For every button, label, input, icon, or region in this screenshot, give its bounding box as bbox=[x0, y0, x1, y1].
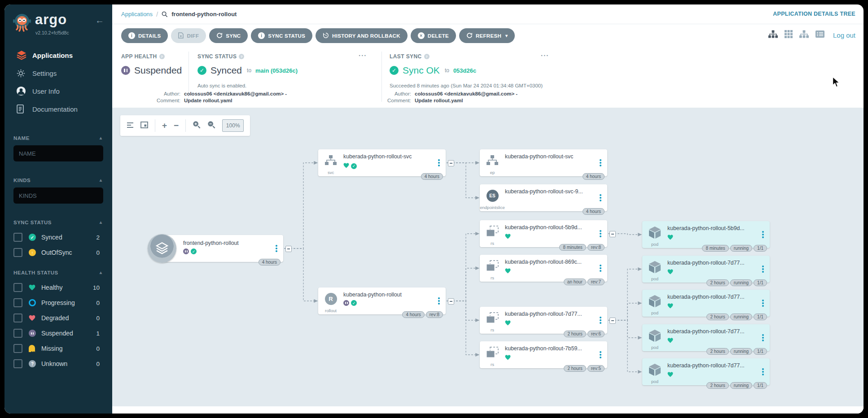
node-pod4[interactable]: pod kuberada-python-rollout-7d77... 2 ho… bbox=[642, 324, 770, 351]
node-pod1[interactable]: pod kuberada-python-rollout-5b9d... 8 mi… bbox=[642, 221, 770, 248]
delete-button[interactable]: × DELETE bbox=[411, 28, 456, 43]
filter-option-degraded[interactable]: Degraded 0 bbox=[13, 312, 103, 324]
checkbox[interactable] bbox=[13, 359, 22, 368]
history-and-rollback-button[interactable]: HISTORY AND ROLLBACK bbox=[316, 28, 408, 43]
filter-option-outofsync[interactable]: ↑ OutOfSync 0 bbox=[13, 247, 103, 258]
health-status-filter-header[interactable]: HEALTH STATUS▲ bbox=[13, 270, 103, 275]
node-rs2[interactable]: rs kuberada-python-rollout-869c... an ho… bbox=[480, 255, 607, 282]
checkbox[interactable] bbox=[13, 329, 22, 338]
synced-icon: ✓ bbox=[351, 300, 357, 306]
sync-button[interactable]: SYNC bbox=[209, 28, 248, 43]
sidebar-item-label: User Info bbox=[32, 87, 60, 95]
node-badge: 2 hours bbox=[706, 348, 728, 355]
node-badge: rev:7 bbox=[587, 279, 605, 285]
checkbox[interactable] bbox=[13, 233, 22, 242]
magnify-out-button[interactable] bbox=[207, 121, 215, 131]
action-toolbar: i DETAILS DIFF SYNC i SYNC STATUS HISTOR… bbox=[121, 28, 515, 43]
node-rollout[interactable]: R rollout kuberada-python-rollout ✓ 4 ho… bbox=[318, 287, 446, 314]
refresh-button[interactable]: REFRESH ▾ bbox=[459, 28, 515, 43]
node-svc[interactable]: svc kuberada-python-rollout-svc ✓ 4 hour… bbox=[318, 149, 446, 176]
collapse-node-button[interactable] bbox=[448, 160, 454, 166]
sidebar-item-documentation[interactable]: Documentation bbox=[4, 100, 112, 118]
last-sync-panel-menu-button[interactable]: ... bbox=[541, 50, 549, 57]
node-pod3[interactable]: pod kuberada-python-rollout-7d77... 2 ho… bbox=[642, 290, 770, 317]
filter-option-progressing[interactable]: Progressing 0 bbox=[13, 297, 103, 309]
details-button[interactable]: i DETAILS bbox=[121, 28, 168, 43]
sync-status-button[interactable]: i SYNC STATUS bbox=[251, 28, 312, 43]
zoom-out-button[interactable]: − bbox=[174, 121, 179, 131]
checkbox[interactable] bbox=[13, 298, 22, 307]
grid-view-button[interactable] bbox=[785, 30, 793, 40]
node-health-icons: ✓ bbox=[343, 162, 357, 170]
name-filter-header[interactable]: NAME▲ bbox=[13, 135, 103, 141]
user-icon bbox=[16, 86, 32, 96]
diff-button[interactable]: DIFF bbox=[171, 28, 206, 43]
node-badge: 1/1 bbox=[754, 279, 767, 286]
breadcrumb-applications-link[interactable]: Applications bbox=[121, 11, 153, 17]
node-menu-button[interactable] bbox=[273, 241, 280, 256]
node-menu-button[interactable] bbox=[759, 262, 767, 276]
button-label: REFRESH bbox=[476, 33, 501, 39]
node-name: kuberada-python-rollout-svc bbox=[505, 153, 573, 160]
filter-option-missing[interactable]: Missing 0 bbox=[13, 343, 103, 354]
node-rs1[interactable]: rs kuberada-python-rollout-5b9d... 8 min… bbox=[480, 220, 607, 247]
node-pod2[interactable]: pod kuberada-python-rollout-7d77... 2 ho… bbox=[642, 256, 770, 283]
zoom-level-input[interactable] bbox=[222, 119, 244, 132]
node-es[interactable]: ES endpointslice kuberada-python-rollout… bbox=[480, 184, 607, 211]
checkbox[interactable] bbox=[13, 344, 22, 353]
collapse-node-button[interactable] bbox=[609, 231, 616, 237]
graph-layout-button[interactable] bbox=[127, 121, 134, 131]
node-menu-button[interactable] bbox=[597, 226, 604, 241]
ep-icon bbox=[485, 153, 500, 168]
filter-option-healthy[interactable]: Healthy 10 bbox=[13, 282, 103, 293]
kinds-filter-input[interactable] bbox=[13, 187, 103, 204]
application-root-icon bbox=[148, 234, 176, 263]
node-rs3[interactable]: rs kuberada-python-rollout-7d77... 2 hou… bbox=[480, 307, 607, 334]
sync-status-filter-header[interactable]: SYNC STATUS▲ bbox=[13, 220, 103, 225]
gear-icon bbox=[16, 69, 32, 78]
collapse-node-button[interactable] bbox=[448, 298, 454, 305]
node-menu-button[interactable] bbox=[759, 296, 767, 310]
tree-view-button[interactable] bbox=[768, 30, 778, 40]
node-rs4[interactable]: rs kuberada-python-rollout-7b59... 2 hou… bbox=[480, 341, 607, 368]
node-menu-button[interactable] bbox=[759, 331, 767, 345]
sidebar-item-settings[interactable]: Settings bbox=[4, 65, 112, 82]
logout-link[interactable]: Log out bbox=[833, 31, 855, 39]
collapse-node-button[interactable] bbox=[285, 246, 292, 252]
fit-to-screen-button[interactable] bbox=[140, 121, 148, 131]
node-menu-button[interactable] bbox=[597, 261, 604, 275]
sidebar-item-user-info[interactable]: User Info bbox=[4, 83, 112, 100]
node-menu-button[interactable] bbox=[597, 191, 604, 205]
node-menu-button[interactable] bbox=[759, 365, 767, 379]
filter-option-suspended[interactable]: Suspended 1 bbox=[13, 327, 103, 339]
sync-revision-link[interactable]: main (053d26c) bbox=[255, 67, 298, 74]
magnify-in-button[interactable] bbox=[193, 121, 201, 131]
node-ep[interactable]: ep kuberada-python-rollout-svc 4 hours bbox=[480, 149, 607, 176]
checkbox[interactable] bbox=[13, 283, 22, 292]
checkbox[interactable] bbox=[13, 314, 22, 322]
application-tree-canvas[interactable]: + − frontend-python-rollout ✓ 4 hours sv… bbox=[112, 108, 864, 406]
node-menu-button[interactable] bbox=[435, 294, 443, 308]
node-menu-button[interactable] bbox=[759, 227, 767, 242]
collapse-sidebar-button[interactable]: ← bbox=[95, 15, 104, 26]
node-app[interactable]: frontend-python-rollout ✓ 4 hours bbox=[161, 235, 283, 262]
list-view-button[interactable] bbox=[815, 30, 824, 39]
zoom-in-button[interactable]: + bbox=[162, 121, 167, 131]
last-sync-revision-link[interactable]: 053d26c bbox=[453, 67, 476, 74]
collapse-node-button[interactable] bbox=[609, 318, 616, 324]
filter-option-synced[interactable]: ✓ Synced 2 bbox=[13, 231, 103, 243]
sidebar-item-applications[interactable]: Applications bbox=[4, 47, 112, 64]
kinds-filter-header[interactable]: KINDS▲ bbox=[13, 178, 103, 183]
node-menu-button[interactable] bbox=[435, 156, 443, 170]
node-health-icons bbox=[667, 302, 673, 310]
name-filter-input[interactable] bbox=[13, 145, 103, 161]
node-menu-button[interactable] bbox=[597, 313, 604, 327]
network-view-button[interactable] bbox=[799, 30, 809, 40]
healthy-heart-icon bbox=[667, 337, 673, 345]
node-menu-button[interactable] bbox=[597, 156, 604, 170]
checkbox[interactable] bbox=[13, 248, 22, 257]
filter-option-unknown[interactable]: ? Unknown 0 bbox=[13, 358, 103, 370]
node-pod5[interactable]: pod kuberada-python-rollout-7d77... 2 ho… bbox=[642, 358, 770, 385]
sync-panel-menu-button[interactable]: ... bbox=[359, 50, 367, 57]
node-menu-button[interactable] bbox=[597, 348, 604, 362]
